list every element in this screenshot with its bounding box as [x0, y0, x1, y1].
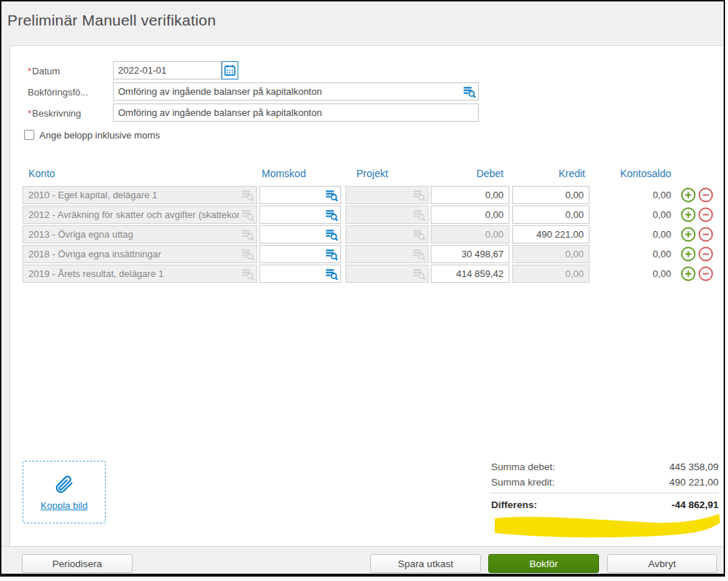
- konto-value: 2012 - Avräkning för skatter och avgifte…: [28, 209, 239, 220]
- konto-value: 2013 - Övriga egna uttag: [28, 229, 239, 240]
- bokforingsforslag-value: Omföring av ingående balanser på kapital…: [118, 86, 459, 97]
- konto-field: 2012 - Avräkning för skatter och avgifte…: [23, 206, 257, 224]
- remove-row-button[interactable]: [698, 187, 713, 203]
- column-header-konto: Konto: [28, 168, 55, 179]
- datum-input[interactable]: [113, 61, 222, 79]
- add-row-button[interactable]: [681, 227, 696, 242]
- debet-input[interactable]: [431, 206, 509, 224]
- browse-icon[interactable]: [325, 248, 338, 261]
- beskrivning-label: *Beskrivning: [28, 108, 81, 119]
- kredit-input[interactable]: [512, 186, 590, 204]
- browse-icon: [412, 228, 426, 241]
- add-row-button[interactable]: [681, 246, 696, 262]
- content-panel: *Datum Bokföringsfö... Omföring av ingåe…: [9, 45, 724, 550]
- summary-kredit-row: Summa kredit: 490 221,00: [491, 477, 719, 488]
- add-row-button[interactable]: [681, 187, 696, 203]
- remove-row-button[interactable]: [698, 227, 713, 242]
- momskod-field[interactable]: [259, 265, 341, 283]
- browse-icon[interactable]: [463, 85, 476, 98]
- highlight-marker: [492, 511, 722, 543]
- calendar-icon: [224, 64, 236, 77]
- kredit-input: [512, 265, 590, 283]
- column-header-debet: Debet: [431, 168, 504, 179]
- table-row: 2012 - Avräkning för skatter och avgifte…: [10, 206, 724, 224]
- bokforingsforslag-field[interactable]: Omföring av ingående balanser på kapital…: [113, 82, 479, 101]
- momskod-field[interactable]: [259, 186, 341, 204]
- kontosaldo-value: 0,00: [606, 268, 671, 279]
- summary-debet-label: Summa debet:: [491, 461, 555, 472]
- debet-input[interactable]: [431, 265, 509, 283]
- browse-icon[interactable]: [325, 268, 338, 281]
- projekt-field: [345, 225, 428, 243]
- table-row: 2019 - Årets resultat, delägare 1 0,00: [10, 265, 724, 283]
- differens-value: -44 862,91: [671, 499, 719, 510]
- differens-label: Differens:: [491, 499, 537, 510]
- column-header-projekt: Projekt: [356, 168, 388, 179]
- bokforingsforslag-label: Bokföringsfö...: [28, 87, 88, 98]
- kontosaldo-value: 0,00: [606, 209, 671, 220]
- browse-icon[interactable]: [325, 208, 338, 222]
- kredit-input[interactable]: [512, 206, 590, 224]
- kredit-input[interactable]: [512, 225, 590, 243]
- paperclip-icon: [53, 474, 75, 496]
- add-row-button[interactable]: [681, 266, 696, 281]
- required-asterisk: *: [28, 66, 31, 77]
- momskod-field[interactable]: [259, 206, 341, 224]
- projekt-field: [345, 206, 428, 224]
- remove-row-button[interactable]: [698, 207, 713, 222]
- minus-icon: [698, 207, 713, 222]
- column-header-kontosaldo: Kontosaldo: [598, 168, 671, 179]
- momskod-field[interactable]: [259, 245, 341, 263]
- debet-input: [431, 225, 509, 243]
- browse-icon[interactable]: [325, 189, 338, 202]
- browse-icon[interactable]: [325, 228, 338, 241]
- avbryt-button[interactable]: Avbryt: [607, 554, 717, 573]
- page-title: Preliminär Manuell verifikation: [7, 12, 216, 29]
- minus-icon: [698, 227, 713, 242]
- browse-icon: [412, 248, 426, 261]
- minus-icon: [698, 266, 713, 281]
- datum-label: *Datum: [28, 66, 60, 77]
- moms-checkbox[interactable]: [24, 130, 34, 140]
- konto-field: 2018 - Övriga egna insättningar: [23, 245, 257, 263]
- table-row: 2018 - Övriga egna insättningar 0,00: [10, 245, 724, 263]
- browse-icon: [241, 248, 254, 261]
- konto-field: 2013 - Övriga egna uttag: [23, 225, 257, 243]
- kontosaldo-value: 0,00: [606, 249, 671, 260]
- bokfor-button[interactable]: Bokför: [488, 554, 599, 573]
- browse-icon: [241, 268, 254, 281]
- plus-icon: [681, 187, 696, 203]
- plus-icon: [681, 227, 696, 242]
- debet-input[interactable]: [431, 245, 509, 263]
- browse-icon: [412, 189, 426, 202]
- projekt-field: [345, 265, 428, 283]
- table-row: 2010 - Eget kapital, delägare 1 0,00: [10, 186, 724, 204]
- remove-row-button[interactable]: [698, 246, 713, 262]
- summary-kredit-value: 490 221,00: [669, 477, 719, 488]
- browse-icon: [241, 208, 254, 222]
- momskod-field[interactable]: [259, 225, 341, 243]
- konto-field: 2019 - Årets resultat, delägare 1: [23, 265, 257, 283]
- summary-debet-value: 445 358,09: [669, 461, 719, 472]
- projekt-field: [345, 245, 428, 263]
- kontosaldo-value: 0,00: [606, 229, 671, 240]
- kontosaldo-value: 0,00: [606, 190, 671, 200]
- column-header-momskod: Momskod: [262, 168, 306, 179]
- moms-checkbox-label: Ange belopp inklusive moms: [39, 130, 160, 141]
- summary-differens-row: Differens: -44 862,91: [491, 499, 719, 510]
- attach-image-dropzone[interactable]: Koppla bild: [23, 461, 106, 523]
- summary-kredit-label: Summa kredit:: [491, 477, 555, 488]
- add-row-button[interactable]: [681, 207, 696, 222]
- konto-value: 2019 - Årets resultat, delägare 1: [28, 268, 239, 279]
- debet-input[interactable]: [431, 186, 509, 204]
- summary-divider: [490, 493, 719, 494]
- periodisera-button[interactable]: Periodisera: [22, 554, 133, 573]
- remove-row-button[interactable]: [698, 266, 713, 281]
- spara-utkast-button[interactable]: Spara utkast: [370, 554, 481, 573]
- beskrivning-input[interactable]: [113, 104, 479, 122]
- plus-icon: [681, 207, 696, 222]
- koppla-bild-link[interactable]: Koppla bild: [41, 500, 87, 511]
- minus-icon: [698, 246, 713, 262]
- column-header-kredit: Kredit: [512, 168, 585, 179]
- calendar-button[interactable]: [222, 61, 238, 79]
